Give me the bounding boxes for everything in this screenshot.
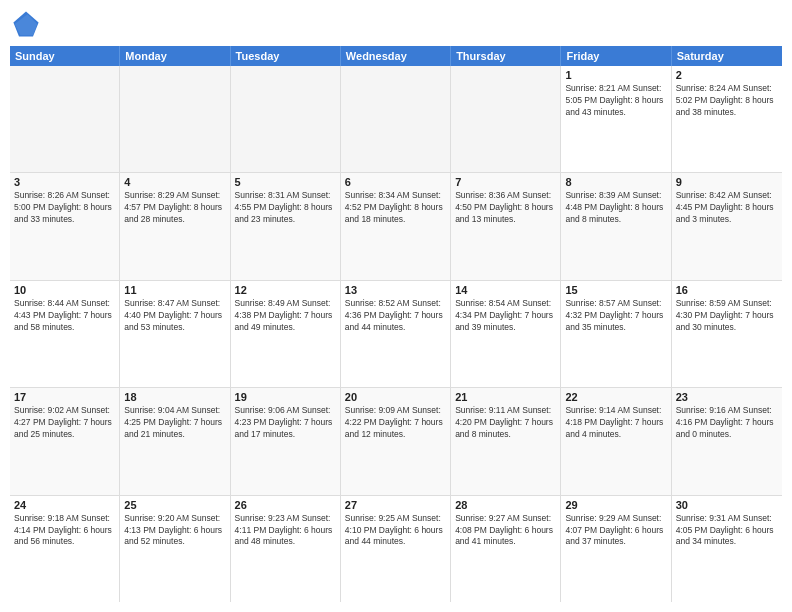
day-number: 18 xyxy=(124,391,225,403)
week-row-3: 10Sunrise: 8:44 AM Sunset: 4:43 PM Dayli… xyxy=(10,281,782,388)
empty-cell xyxy=(341,66,451,172)
day-number: 8 xyxy=(565,176,666,188)
day-cell-17: 17Sunrise: 9:02 AM Sunset: 4:27 PM Dayli… xyxy=(10,388,120,494)
day-info: Sunrise: 8:36 AM Sunset: 4:50 PM Dayligh… xyxy=(455,190,556,226)
day-number: 16 xyxy=(676,284,778,296)
week-row-2: 3Sunrise: 8:26 AM Sunset: 5:00 PM Daylig… xyxy=(10,173,782,280)
day-number: 25 xyxy=(124,499,225,511)
day-cell-15: 15Sunrise: 8:57 AM Sunset: 4:32 PM Dayli… xyxy=(561,281,671,387)
header-day-sunday: Sunday xyxy=(10,46,120,66)
day-number: 23 xyxy=(676,391,778,403)
day-cell-1: 1Sunrise: 8:21 AM Sunset: 5:05 PM Daylig… xyxy=(561,66,671,172)
day-info: Sunrise: 8:31 AM Sunset: 4:55 PM Dayligh… xyxy=(235,190,336,226)
day-cell-27: 27Sunrise: 9:25 AM Sunset: 4:10 PM Dayli… xyxy=(341,496,451,602)
day-cell-5: 5Sunrise: 8:31 AM Sunset: 4:55 PM Daylig… xyxy=(231,173,341,279)
day-info: Sunrise: 9:02 AM Sunset: 4:27 PM Dayligh… xyxy=(14,405,115,441)
header xyxy=(10,10,782,38)
day-cell-22: 22Sunrise: 9:14 AM Sunset: 4:18 PM Dayli… xyxy=(561,388,671,494)
day-cell-24: 24Sunrise: 9:18 AM Sunset: 4:14 PM Dayli… xyxy=(10,496,120,602)
header-day-thursday: Thursday xyxy=(451,46,561,66)
day-cell-11: 11Sunrise: 8:47 AM Sunset: 4:40 PM Dayli… xyxy=(120,281,230,387)
calendar-body: 1Sunrise: 8:21 AM Sunset: 5:05 PM Daylig… xyxy=(10,66,782,602)
day-number: 15 xyxy=(565,284,666,296)
day-info: Sunrise: 8:39 AM Sunset: 4:48 PM Dayligh… xyxy=(565,190,666,226)
day-number: 1 xyxy=(565,69,666,81)
day-cell-2: 2Sunrise: 8:24 AM Sunset: 5:02 PM Daylig… xyxy=(672,66,782,172)
header-day-tuesday: Tuesday xyxy=(231,46,341,66)
day-number: 12 xyxy=(235,284,336,296)
empty-cell xyxy=(451,66,561,172)
day-cell-28: 28Sunrise: 9:27 AM Sunset: 4:08 PM Dayli… xyxy=(451,496,561,602)
day-cell-20: 20Sunrise: 9:09 AM Sunset: 4:22 PM Dayli… xyxy=(341,388,451,494)
day-cell-18: 18Sunrise: 9:04 AM Sunset: 4:25 PM Dayli… xyxy=(120,388,230,494)
day-number: 3 xyxy=(14,176,115,188)
header-day-friday: Friday xyxy=(561,46,671,66)
day-info: Sunrise: 8:47 AM Sunset: 4:40 PM Dayligh… xyxy=(124,298,225,334)
day-cell-10: 10Sunrise: 8:44 AM Sunset: 4:43 PM Dayli… xyxy=(10,281,120,387)
day-info: Sunrise: 8:44 AM Sunset: 4:43 PM Dayligh… xyxy=(14,298,115,334)
day-info: Sunrise: 8:49 AM Sunset: 4:38 PM Dayligh… xyxy=(235,298,336,334)
day-info: Sunrise: 9:20 AM Sunset: 4:13 PM Dayligh… xyxy=(124,513,225,549)
day-info: Sunrise: 8:26 AM Sunset: 5:00 PM Dayligh… xyxy=(14,190,115,226)
day-number: 20 xyxy=(345,391,446,403)
day-number: 26 xyxy=(235,499,336,511)
day-info: Sunrise: 9:29 AM Sunset: 4:07 PM Dayligh… xyxy=(565,513,666,549)
page: SundayMondayTuesdayWednesdayThursdayFrid… xyxy=(0,0,792,612)
day-info: Sunrise: 9:14 AM Sunset: 4:18 PM Dayligh… xyxy=(565,405,666,441)
day-info: Sunrise: 9:18 AM Sunset: 4:14 PM Dayligh… xyxy=(14,513,115,549)
day-info: Sunrise: 8:54 AM Sunset: 4:34 PM Dayligh… xyxy=(455,298,556,334)
logo-icon xyxy=(12,10,40,38)
day-number: 22 xyxy=(565,391,666,403)
day-number: 10 xyxy=(14,284,115,296)
week-row-4: 17Sunrise: 9:02 AM Sunset: 4:27 PM Dayli… xyxy=(10,388,782,495)
day-cell-21: 21Sunrise: 9:11 AM Sunset: 4:20 PM Dayli… xyxy=(451,388,561,494)
day-number: 4 xyxy=(124,176,225,188)
day-cell-9: 9Sunrise: 8:42 AM Sunset: 4:45 PM Daylig… xyxy=(672,173,782,279)
day-cell-4: 4Sunrise: 8:29 AM Sunset: 4:57 PM Daylig… xyxy=(120,173,230,279)
day-cell-19: 19Sunrise: 9:06 AM Sunset: 4:23 PM Dayli… xyxy=(231,388,341,494)
day-info: Sunrise: 9:11 AM Sunset: 4:20 PM Dayligh… xyxy=(455,405,556,441)
day-number: 30 xyxy=(676,499,778,511)
day-number: 11 xyxy=(124,284,225,296)
day-cell-3: 3Sunrise: 8:26 AM Sunset: 5:00 PM Daylig… xyxy=(10,173,120,279)
day-info: Sunrise: 9:23 AM Sunset: 4:11 PM Dayligh… xyxy=(235,513,336,549)
day-number: 29 xyxy=(565,499,666,511)
day-info: Sunrise: 9:31 AM Sunset: 4:05 PM Dayligh… xyxy=(676,513,778,549)
day-number: 28 xyxy=(455,499,556,511)
week-row-5: 24Sunrise: 9:18 AM Sunset: 4:14 PM Dayli… xyxy=(10,496,782,602)
day-info: Sunrise: 8:59 AM Sunset: 4:30 PM Dayligh… xyxy=(676,298,778,334)
day-number: 24 xyxy=(14,499,115,511)
day-cell-8: 8Sunrise: 8:39 AM Sunset: 4:48 PM Daylig… xyxy=(561,173,671,279)
day-info: Sunrise: 9:25 AM Sunset: 4:10 PM Dayligh… xyxy=(345,513,446,549)
day-cell-12: 12Sunrise: 8:49 AM Sunset: 4:38 PM Dayli… xyxy=(231,281,341,387)
calendar-header: SundayMondayTuesdayWednesdayThursdayFrid… xyxy=(10,46,782,66)
day-info: Sunrise: 8:52 AM Sunset: 4:36 PM Dayligh… xyxy=(345,298,446,334)
day-cell-26: 26Sunrise: 9:23 AM Sunset: 4:11 PM Dayli… xyxy=(231,496,341,602)
calendar: SundayMondayTuesdayWednesdayThursdayFrid… xyxy=(10,46,782,602)
day-info: Sunrise: 8:29 AM Sunset: 4:57 PM Dayligh… xyxy=(124,190,225,226)
header-day-monday: Monday xyxy=(120,46,230,66)
day-number: 19 xyxy=(235,391,336,403)
header-day-saturday: Saturday xyxy=(672,46,782,66)
day-number: 6 xyxy=(345,176,446,188)
day-number: 5 xyxy=(235,176,336,188)
day-cell-30: 30Sunrise: 9:31 AM Sunset: 4:05 PM Dayli… xyxy=(672,496,782,602)
day-cell-14: 14Sunrise: 8:54 AM Sunset: 4:34 PM Dayli… xyxy=(451,281,561,387)
day-info: Sunrise: 8:42 AM Sunset: 4:45 PM Dayligh… xyxy=(676,190,778,226)
day-number: 17 xyxy=(14,391,115,403)
day-number: 13 xyxy=(345,284,446,296)
day-cell-7: 7Sunrise: 8:36 AM Sunset: 4:50 PM Daylig… xyxy=(451,173,561,279)
day-number: 9 xyxy=(676,176,778,188)
day-number: 14 xyxy=(455,284,556,296)
day-cell-23: 23Sunrise: 9:16 AM Sunset: 4:16 PM Dayli… xyxy=(672,388,782,494)
day-cell-6: 6Sunrise: 8:34 AM Sunset: 4:52 PM Daylig… xyxy=(341,173,451,279)
day-number: 21 xyxy=(455,391,556,403)
day-info: Sunrise: 9:27 AM Sunset: 4:08 PM Dayligh… xyxy=(455,513,556,549)
day-info: Sunrise: 8:24 AM Sunset: 5:02 PM Dayligh… xyxy=(676,83,778,119)
day-number: 2 xyxy=(676,69,778,81)
day-info: Sunrise: 9:06 AM Sunset: 4:23 PM Dayligh… xyxy=(235,405,336,441)
week-row-1: 1Sunrise: 8:21 AM Sunset: 5:05 PM Daylig… xyxy=(10,66,782,173)
day-info: Sunrise: 8:21 AM Sunset: 5:05 PM Dayligh… xyxy=(565,83,666,119)
day-info: Sunrise: 8:57 AM Sunset: 4:32 PM Dayligh… xyxy=(565,298,666,334)
day-cell-25: 25Sunrise: 9:20 AM Sunset: 4:13 PM Dayli… xyxy=(120,496,230,602)
